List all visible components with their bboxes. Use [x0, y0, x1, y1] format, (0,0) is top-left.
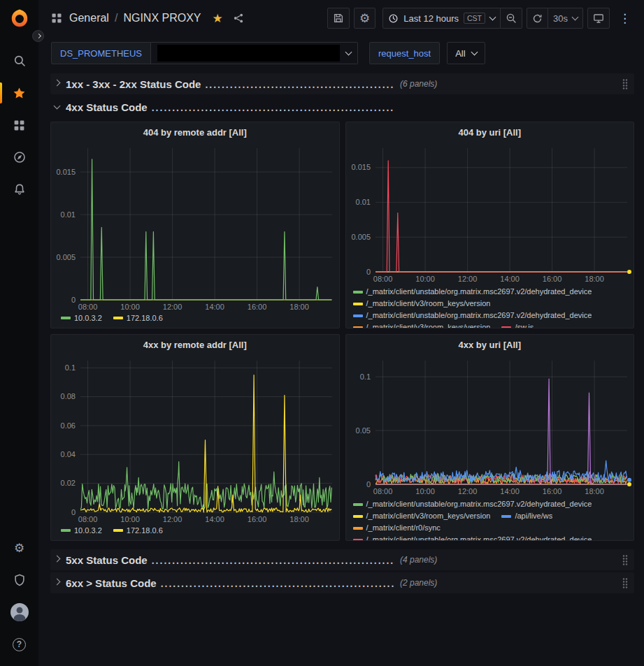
- svg-text:12:00: 12:00: [457, 487, 477, 495]
- svg-text:18:00: 18:00: [585, 487, 604, 495]
- avatar: [10, 603, 29, 621]
- refresh-interval-picker[interactable]: 30s: [548, 8, 583, 29]
- legend-item[interactable]: /_matrix/client/unstable/org.matrix.msc2…: [353, 498, 592, 510]
- svg-text:18:00: 18:00: [289, 303, 309, 311]
- save-dashboard-button[interactable]: [327, 8, 350, 29]
- dashboard-canvas: 1xx - 3xx - 2xx Status Code ............…: [38, 70, 644, 666]
- sidebar-item-starred[interactable]: [0, 77, 38, 109]
- legend-swatch: [61, 317, 71, 319]
- row-title: 4xx Status Code: [66, 101, 148, 113]
- sidebar-item-dashboards[interactable]: [0, 109, 38, 141]
- sidebar-item-alerting[interactable]: [0, 173, 38, 205]
- sidebar-item-help[interactable]: ?: [0, 628, 38, 660]
- legend-item[interactable]: /_matrix/client/r0/sync: [353, 522, 441, 534]
- sidebar-item-search[interactable]: [0, 45, 38, 77]
- grafana-logo-icon: [9, 8, 30, 29]
- request-host-variable-label[interactable]: request_host: [369, 42, 440, 64]
- clock-icon: [388, 13, 399, 24]
- timeseries-chart[interactable]: 00.0050.010.01508:0010:0012:0014:0016:00…: [346, 142, 634, 284]
- legend-swatch: [501, 515, 511, 518]
- row-drag-handle[interactable]: [622, 78, 629, 89]
- svg-text:0.01: 0.01: [355, 198, 370, 206]
- gear-icon: ⚙: [14, 542, 24, 554]
- legend-item[interactable]: /_matrix/client/v3/room_keys/version: [353, 298, 491, 310]
- svg-text:0: 0: [366, 480, 370, 488]
- svg-text:10:00: 10:00: [120, 303, 140, 311]
- legend-label: /_matrix/client/unstable/org.matrix.msc2…: [366, 286, 592, 298]
- sidebar-item-server-admin[interactable]: [0, 564, 38, 596]
- row-1xx-3xx-2xx[interactable]: 1xx - 3xx - 2xx Status Code ............…: [50, 73, 634, 94]
- svg-text:0.01: 0.01: [61, 210, 76, 219]
- dashboards-grid-icon[interactable]: [51, 13, 62, 24]
- panel-header-menu[interactable]: 4xx by uri [All]: [346, 335, 634, 354]
- main-area: General / NGINX PROXY ★: [38, 0, 644, 666]
- legend-swatch: [501, 326, 511, 328]
- breadcrumb-title[interactable]: NGINX PROXY: [123, 12, 201, 24]
- legend-item[interactable]: /_matrix/client/unstable/org.matrix.msc2…: [353, 286, 592, 298]
- row-drag-handle[interactable]: [622, 577, 629, 588]
- refresh-button[interactable]: [527, 8, 548, 29]
- timeseries-chart[interactable]: 00.050.108:0010:0012:0014:0016:0018:00: [346, 354, 634, 497]
- legend-label: /sw.js: [515, 321, 534, 328]
- datasource-variable: DS_PROMETHEUS: [51, 42, 358, 64]
- panel-header-menu[interactable]: 404 by uri [All]: [346, 122, 634, 142]
- panel-2: 404 by uri [All]00.0050.010.01508:0010:0…: [345, 122, 635, 328]
- legend-item[interactable]: /_matrix/client/v3/room_keys/version: [353, 510, 491, 522]
- zoom-out-button[interactable]: [501, 8, 522, 29]
- legend-label: /api/live/ws: [515, 510, 552, 522]
- svg-text:0.02: 0.02: [61, 479, 76, 487]
- legend-item[interactable]: /_matrix/client/v3/room_keys/version: [353, 321, 491, 328]
- request-host-variable-value[interactable]: All: [447, 42, 485, 64]
- cycle-view-button[interactable]: [587, 8, 610, 29]
- sidebar-item-explore[interactable]: [0, 141, 38, 173]
- chevron-right-icon: [36, 34, 41, 38]
- timeseries-chart[interactable]: 00.0050.010.01508:0010:0012:0014:0016:00…: [51, 142, 339, 312]
- legend-item[interactable]: 172.18.0.6: [113, 314, 163, 322]
- panel-header-menu[interactable]: 4xx by remote addr [All]: [51, 335, 339, 354]
- svg-text:0.05: 0.05: [355, 426, 370, 435]
- share-icon[interactable]: [233, 13, 244, 24]
- favorite-star-icon[interactable]: ★: [213, 11, 223, 26]
- sidebar-item-profile[interactable]: [0, 596, 38, 628]
- legend-item[interactable]: 10.0.3.2: [61, 314, 102, 322]
- svg-text:10:00: 10:00: [415, 487, 435, 495]
- legend-label: 10.0.3.2: [74, 526, 102, 535]
- redacted-value: [157, 45, 340, 61]
- legend-label: /_matrix/client/v3/room_keys/version: [366, 321, 491, 328]
- datasource-variable-value[interactable]: [151, 42, 358, 64]
- svg-text:0.1: 0.1: [359, 372, 370, 381]
- panel-1: 404 by remote addr [All]00.0050.010.0150…: [50, 122, 340, 328]
- legend-item[interactable]: /_matrix/client/unstable/org.matrix.msc2…: [353, 534, 592, 540]
- sidebar-nav: [0, 45, 38, 205]
- sidebar-expand-toggle[interactable]: [32, 30, 44, 42]
- request-host-value-text: All: [455, 48, 465, 59]
- legend-label: /_matrix/client/unstable/org.matrix.msc2…: [366, 534, 592, 540]
- top-bar: General / NGINX PROXY ★: [38, 0, 644, 36]
- datasource-variable-label[interactable]: DS_PROMETHEUS: [51, 42, 151, 64]
- row-drag-handle[interactable]: [622, 554, 629, 565]
- row-title: 1xx - 3xx - 2xx Status Code: [66, 78, 201, 90]
- legend-item[interactable]: 10.0.3.2: [61, 526, 102, 535]
- legend-swatch: [353, 539, 363, 541]
- timeseries-chart[interactable]: 00.020.040.060.080.108:0010:0012:0014:00…: [51, 354, 339, 525]
- legend-item[interactable]: 172.18.0.6: [113, 526, 163, 535]
- time-range-picker[interactable]: Last 12 hours CST: [382, 8, 501, 29]
- legend-item[interactable]: /_matrix/client/unstable/org.matrix.msc2…: [353, 310, 592, 321]
- legend-swatch: [353, 303, 363, 305]
- legend: /_matrix/client/unstable/org.matrix.msc2…: [346, 497, 634, 540]
- svg-text:0.06: 0.06: [61, 421, 76, 430]
- panel-header-menu[interactable]: 404 by remote addr [All]: [51, 122, 339, 142]
- legend-item[interactable]: /api/live/ws: [501, 510, 552, 522]
- dashboard-settings-button[interactable]: ⚙: [354, 8, 375, 29]
- kebab-menu-button[interactable]: ⋮: [614, 8, 636, 29]
- row-4xx[interactable]: 4xx Status Code ........................…: [50, 96, 634, 117]
- sidebar-item-settings[interactable]: ⚙: [0, 532, 38, 564]
- legend-label: /_matrix/client/r0/sync: [366, 522, 441, 534]
- legend-label: 172.18.0.6: [127, 314, 163, 322]
- legend-item[interactable]: /sw.js: [501, 321, 534, 328]
- row-6xx[interactable]: 6xx > Status Code ......................…: [50, 572, 634, 593]
- star-icon: [13, 87, 26, 100]
- breadcrumb-section[interactable]: General: [69, 12, 109, 24]
- row-5xx[interactable]: 5xx Status Code ........................…: [50, 549, 634, 570]
- kebab-icon: ⋮: [619, 13, 631, 24]
